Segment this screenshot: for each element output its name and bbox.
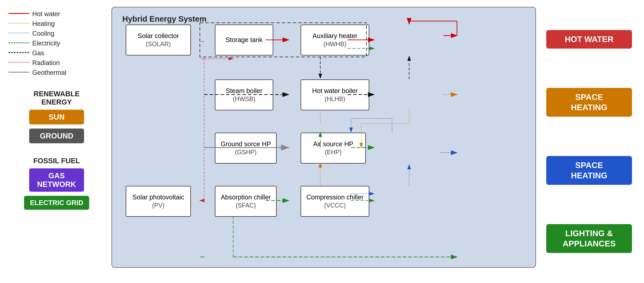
renewable-section: RENEWABLEENERGY SUN GROUND [8, 86, 104, 143]
hybrid-title: Hybrid Energy System [119, 14, 528, 24]
air-source-hp-abbr: (EHP) [325, 148, 342, 156]
output-hot-water: HOT WATER [546, 30, 632, 49]
solar-pv-name: Solar photovoltaic [132, 193, 184, 201]
solar-collector-name: Solar collector [138, 32, 179, 40]
absorption-chiller-abbr: (SFAC) [236, 201, 256, 209]
hot-water-boiler-name: Hot water boiler [312, 87, 358, 95]
line-radiation-icon [8, 62, 29, 64]
line-geothermal-icon [8, 72, 29, 74]
storage-tank-box: Storage tank [215, 25, 273, 56]
legend-electricity: Electricity [8, 40, 104, 47]
center-panel: Hybrid Energy System Solar collector (SO… [112, 7, 536, 276]
solar-collector-abbr: (SOLAR) [146, 40, 171, 48]
air-source-hp-name: Air source HP [313, 140, 353, 148]
gas-badge: GASNETWORK [29, 168, 84, 192]
sun-badge: SUN [29, 110, 84, 124]
legend-cooling: Cooling [8, 30, 104, 37]
solar-pv-box: Solar photovoltaic (PV) [126, 186, 191, 217]
line-hot-water-icon [8, 13, 29, 15]
air-source-hp-box: Air source HP (EHP) [301, 133, 366, 164]
legend-radiation-label: Radiation [32, 59, 60, 67]
compression-chiller-box: Compression chiller (VCCC) [301, 186, 369, 217]
main-layout: Hot water Heating Cooling Electricity Ga… [0, 0, 644, 283]
solar-pv-abbr: (PV) [152, 201, 164, 209]
steam-boiler-name: Steam boiler [226, 87, 262, 95]
renewable-title: RENEWABLEENERGY [8, 90, 104, 106]
legend-hot-water: Hot water [8, 10, 104, 18]
left-panel: Hot water Heating Cooling Electricity Ga… [7, 7, 106, 276]
hot-water-boiler-box: Hot water boiler (HLHB) [301, 80, 369, 110]
line-heating-icon [8, 23, 29, 25]
fossil-section: FOSSIL FUEL GASNETWORK ELECTRIC GRID [8, 153, 104, 210]
output-space-heating-blue: SPACEHEATING [546, 156, 632, 185]
auxiliary-heater-box: Auxiliary heater (HWHB) [301, 25, 369, 56]
legend-cooling-label: Cooling [32, 30, 54, 37]
line-gas-icon [8, 52, 29, 54]
legend-gas-label: Gas [32, 50, 44, 57]
compression-chiller-name: Compression chiller [306, 193, 364, 201]
output-space-heating-orange: SPACEHEATING [546, 88, 632, 117]
line-cooling-icon [8, 33, 29, 35]
legend-heating-label: Heating [32, 20, 55, 28]
legend-hot-water-label: Hot water [32, 10, 60, 18]
legend-gas: Gas [8, 50, 104, 57]
ground-source-hp-box: Ground sorce HP (GSHP) [215, 133, 277, 164]
absorption-chiller-box: Absorption chiller (SFAC) [215, 186, 277, 217]
compression-chiller-abbr: (VCCC) [324, 201, 346, 209]
hybrid-box: Hybrid Energy System Solar collector (SO… [112, 7, 536, 268]
auxiliary-heater-name: Auxiliary heater [312, 32, 358, 40]
ground-badge: GROUND [29, 129, 84, 143]
ground-source-hp-name: Ground sorce HP [220, 140, 271, 148]
line-electricity-icon [8, 42, 29, 45]
output-lighting: LIGHTING &APPLIANCES [546, 224, 632, 253]
electric-badge: ELECTRIC GRID [24, 196, 89, 210]
legend-radiation: Radiation [8, 59, 104, 67]
legend-section: Hot water Heating Cooling Electricity Ga… [8, 10, 104, 76]
steam-boiler-abbr: (HWSB) [233, 95, 255, 103]
legend-geothermal-label: Geothermal [32, 69, 66, 76]
absorption-chiller-name: Absorption chiller [221, 193, 271, 201]
storage-tank-name: Storage tank [226, 36, 262, 44]
solar-collector-box: Solar collector (SOLAR) [126, 25, 191, 56]
legend-electricity-label: Electricity [32, 40, 60, 47]
legend-geothermal: Geothermal [8, 69, 104, 76]
ground-source-hp-abbr: (GSHP) [235, 148, 256, 156]
hot-water-boiler-abbr: (HLHB) [325, 95, 345, 103]
right-panel: HOT WATER SPACEHEATING SPACEHEATING LIGH… [541, 7, 637, 276]
fossil-title: FOSSIL FUEL [8, 157, 104, 165]
steam-boiler-box: Steam boiler (HWSB) [215, 80, 273, 110]
auxiliary-heater-abbr: (HWHB) [324, 40, 346, 48]
legend-heating: Heating [8, 20, 104, 28]
